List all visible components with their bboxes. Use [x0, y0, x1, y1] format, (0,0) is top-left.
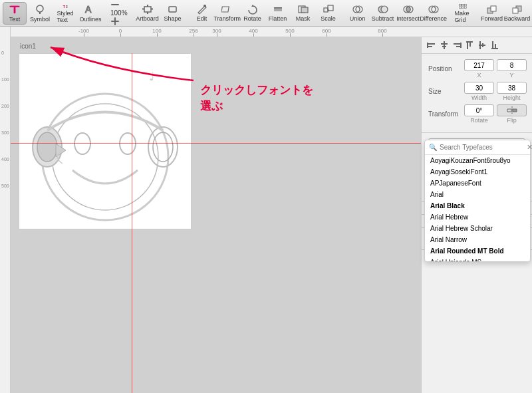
- height-input[interactable]: [497, 82, 527, 94]
- backward-icon: [511, 4, 523, 15]
- make-grid-tool-label: Make Grid: [455, 10, 471, 23]
- svg-point-58: [120, 133, 136, 154]
- flatten-tool[interactable]: Flatten: [266, 2, 290, 25]
- svg-rect-17: [151, 9, 153, 10]
- artboard-tool[interactable]: Artboard: [136, 2, 160, 25]
- difference-tool[interactable]: Difference: [422, 2, 446, 25]
- transform-tool[interactable]: Transform: [215, 2, 239, 25]
- zoom-in-icon[interactable]: [110, 17, 120, 26]
- svg-rect-13: [144, 7, 151, 12]
- flatten-tool-label: Flatten: [269, 15, 287, 22]
- scale-tool-label: Scale: [321, 15, 336, 22]
- symbol-tool[interactable]: Symbol: [28, 2, 52, 25]
- font-list: AoyagiKouzanFont6rou8yo AoyagiSosekiFont…: [425, 155, 530, 261]
- forward-tool-label: Forward: [481, 15, 503, 22]
- make-grid-icon: [456, 3, 470, 9]
- font-item-arial-narrow[interactable]: Arial Narrow: [425, 234, 530, 245]
- text-tool[interactable]: Text: [3, 2, 27, 25]
- align-top-btn[interactable]: [464, 40, 475, 51]
- horizontal-ruler: -100 0 100 256 300 400 500 600 800: [11, 27, 532, 37]
- shape-tool-label: Shape: [164, 15, 182, 22]
- union-tool[interactable]: Union: [346, 2, 370, 25]
- align-left-btn[interactable]: [426, 40, 438, 51]
- union-tool-label: Union: [350, 15, 366, 22]
- scale-tool[interactable]: Scale: [317, 2, 340, 25]
- svg-rect-68: [454, 43, 460, 45]
- align-right-btn[interactable]: [451, 40, 463, 51]
- svg-rect-66: [442, 46, 446, 47]
- align-center-h-btn[interactable]: [438, 40, 450, 51]
- zoom-control[interactable]: 100%: [108, 0, 130, 26]
- flip-btn[interactable]: [497, 104, 527, 116]
- width-input[interactable]: [464, 82, 494, 94]
- crosshair-vertical: [132, 53, 132, 393]
- rotate-tool-icon: [247, 4, 259, 15]
- text-tool-label: Text: [9, 16, 21, 23]
- flatten-tool-icon: [272, 4, 284, 15]
- svg-point-53: [37, 132, 57, 162]
- svg-rect-26: [324, 8, 328, 12]
- symbol-tool-icon: [34, 3, 46, 15]
- annotation-arrow: [41, 37, 200, 84]
- rotate-tool[interactable]: Rotate: [241, 2, 265, 25]
- position-y-input[interactable]: [497, 59, 527, 71]
- forward-tool[interactable]: Forward: [480, 2, 504, 25]
- artboard-tool-icon: [142, 4, 154, 15]
- size-label: Size: [428, 88, 462, 95]
- svg-rect-20: [221, 7, 229, 12]
- font-item-arial[interactable]: Arial: [425, 189, 530, 200]
- transform-row: Transform Rotate Flip: [428, 104, 525, 124]
- svg-rect-6: [66, 5, 68, 6]
- svg-rect-63: [428, 46, 432, 47]
- typeface-search-row: 🔍 ✕: [425, 140, 530, 155]
- zoom-out-icon[interactable]: [110, 0, 120, 9]
- zoom-level: 100%: [110, 9, 128, 17]
- subtract-tool[interactable]: Subtract: [371, 2, 395, 25]
- intersect-tool[interactable]: Intersect: [396, 2, 420, 25]
- width-label: Width: [471, 94, 487, 101]
- outlines-tool[interactable]: A Outlines: [78, 2, 102, 25]
- font-item-arial-black[interactable]: Arial Black: [425, 200, 530, 211]
- x-label: X: [477, 72, 481, 78]
- rotate-tool-label: Rotate: [243, 15, 261, 22]
- font-item-arial-hebrew[interactable]: Arial Hebrew: [425, 211, 530, 223]
- svg-rect-44: [491, 6, 496, 11]
- subtract-tool-label: Subtract: [372, 15, 394, 22]
- svg-rect-41: [462, 7, 464, 8]
- svg-rect-10: [111, 4, 119, 5]
- styled-text-tool[interactable]: T Styled Text: [53, 2, 77, 25]
- svg-rect-4: [39, 12, 41, 14]
- font-item-arial-rounded[interactable]: Arial Rounded MT Bold: [425, 245, 530, 257]
- svg-rect-46: [513, 8, 518, 13]
- typeface-search-input[interactable]: [440, 144, 524, 151]
- align-center-v-btn[interactable]: [476, 40, 488, 51]
- edit-tool[interactable]: Edit: [190, 2, 214, 25]
- font-item-aoyagi-soseki[interactable]: AoyagiSosekiFont1: [425, 166, 530, 178]
- rotate-input[interactable]: [464, 104, 494, 116]
- svg-rect-1: [14, 7, 16, 13]
- mask-tool[interactable]: Mask: [291, 2, 315, 25]
- make-grid-tool[interactable]: Make Grid: [451, 2, 475, 25]
- typeface-search-clear-btn[interactable]: ✕: [527, 143, 532, 152]
- svg-marker-80: [507, 109, 511, 112]
- svg-rect-42: [464, 7, 466, 8]
- font-item-arial-unicode[interactable]: Arial Unicode MS: [425, 257, 530, 261]
- text-tool-icon: [9, 4, 21, 15]
- svg-rect-23: [274, 7, 282, 9]
- vertical-ruler-corner: [0, 27, 11, 37]
- position-x-input[interactable]: [464, 59, 494, 71]
- outlines-tool-label: Outlines: [79, 16, 101, 23]
- vertical-ruler: 0 100 200 300 400 500: [0, 37, 11, 393]
- artboard-tool-label: Artboard: [136, 15, 159, 22]
- difference-icon: [428, 4, 440, 15]
- svg-rect-40: [459, 7, 461, 8]
- align-bottom-btn[interactable]: [489, 40, 501, 51]
- shape-tool[interactable]: Shape: [161, 2, 185, 25]
- font-item-arial-hebrew-scholar[interactable]: Arial Hebrew Scholar: [425, 223, 530, 234]
- backward-tool[interactable]: Backward: [505, 2, 529, 25]
- font-item-aoyagi-kouzan[interactable]: AoyagiKouzanFont6rou8yo: [425, 155, 530, 166]
- transform-label: Transform: [428, 110, 462, 118]
- svg-rect-67: [460, 43, 462, 48]
- font-item-apjapanese[interactable]: APJapaneseFont: [425, 178, 530, 189]
- canvas-area[interactable]: icon1: [11, 37, 421, 393]
